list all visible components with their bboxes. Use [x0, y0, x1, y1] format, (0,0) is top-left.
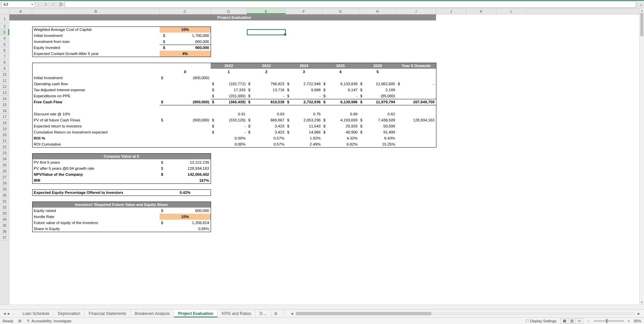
row-header-22[interactable]: 22	[0, 144, 9, 150]
vertical-scrollbar[interactable]: ▲ ▼	[639, 8, 644, 305]
row-header-5[interactable]: 5	[0, 41, 9, 47]
row-header-33[interactable]: 33	[0, 210, 9, 216]
row-header-37[interactable]: 37	[0, 234, 9, 240]
company-value-hdr: Conpany Value at 0	[32, 153, 211, 159]
row-header-1[interactable]: 1	[0, 14, 9, 23]
sheet-tab[interactable]: Depreciation	[54, 310, 85, 317]
row-header-19[interactable]: 19	[0, 126, 9, 132]
col-header-E[interactable]: E	[247, 8, 286, 14]
zoom-slider[interactable]	[594, 320, 624, 322]
hscroll-left-icon[interactable]: ◀	[289, 312, 294, 315]
formula-input[interactable]	[65, 1, 636, 8]
hscroll-thumb[interactable]	[296, 312, 431, 315]
select-all-corner[interactable]	[0, 8, 9, 14]
tab-prev-icon[interactable]: ◀	[3, 312, 6, 315]
row-header-4[interactable]: 4	[0, 35, 9, 41]
row-header-32[interactable]: 32	[0, 204, 9, 210]
row-header-9[interactable]: 9	[0, 65, 9, 71]
row-header-7[interactable]: 7	[0, 53, 9, 59]
cancel-icon[interactable]: ✕	[42, 2, 50, 7]
sheet-tab[interactable]: D ...	[256, 310, 271, 317]
scroll-down-icon[interactable]: ▼	[641, 300, 643, 305]
row-header-25[interactable]: 25	[0, 162, 9, 168]
col-header-F[interactable]: F	[286, 8, 322, 14]
sheet-tab[interactable]: Financial Statements	[85, 310, 130, 317]
row-header-29[interactable]: 29	[0, 186, 9, 192]
row-header-21[interactable]: 21	[0, 138, 9, 144]
row-header-36[interactable]: 36	[0, 228, 9, 234]
row-header-20[interactable]: 20	[0, 132, 9, 138]
scroll-thumb[interactable]	[640, 13, 643, 36]
row-header-31[interactable]: 31	[0, 198, 9, 204]
row-header-11[interactable]: 11	[0, 77, 9, 84]
col-header-K[interactable]: K	[466, 8, 496, 14]
row-header-30[interactable]: 30	[0, 192, 9, 198]
sheet-tab[interactable]: Loan Schedule	[18, 310, 54, 317]
tab-nav[interactable]: ◀ ▶ …	[0, 310, 18, 317]
page-layout-view-icon[interactable]: ▥	[568, 319, 576, 323]
row-header-23[interactable]: 23	[0, 150, 9, 156]
col-header-I[interactable]: I	[396, 8, 436, 14]
row-header-24[interactable]: 24	[0, 156, 9, 162]
row-header-34[interactable]: 34	[0, 216, 9, 222]
zoom-in-button[interactable]: +	[628, 319, 630, 323]
hscroll-right-icon[interactable]: ▶	[636, 312, 641, 315]
hscroll-track[interactable]	[296, 312, 635, 315]
row-header-17[interactable]: 17	[0, 114, 9, 120]
tab-next-icon[interactable]: ▶	[8, 312, 10, 315]
value-growth[interactable]: 4%	[160, 51, 211, 57]
display-settings-button[interactable]: 🖵 Display Settings	[525, 319, 556, 323]
row-header-13[interactable]: 13	[0, 90, 9, 96]
chevron-down-icon[interactable]: ▼	[31, 3, 34, 6]
row-headers[interactable]: 1234567891011121314151617181920212223242…	[0, 14, 9, 305]
row-header-10[interactable]: 10	[0, 71, 9, 77]
zoom-out-button[interactable]: −	[587, 319, 589, 323]
grid-canvas[interactable]: Project Evaluation Weighted Average Cost…	[9, 14, 639, 305]
col-header-B[interactable]: B	[32, 8, 160, 14]
sheet-tab[interactable]: Project Evaluation	[174, 310, 218, 317]
scroll-up-icon[interactable]: ▲	[641, 8, 643, 13]
page-break-view-icon[interactable]: ▭	[576, 319, 583, 323]
row-header-2[interactable]: 2	[0, 23, 9, 29]
row-header-3[interactable]: 3	[0, 29, 9, 35]
row-header-35[interactable]: 35	[0, 222, 9, 228]
row-header-28[interactable]: 28	[0, 180, 9, 186]
col-header-L[interactable]: L	[496, 8, 527, 14]
column-headers[interactable]: A B C D E F G H I J K L	[9, 8, 639, 14]
zoom-level[interactable]: 85%	[634, 319, 641, 323]
sheet-tab[interactable]: KPIS and Ratios	[218, 310, 256, 317]
expand-formula-bar-icon[interactable]: ⌄	[638, 2, 644, 7]
scroll-track[interactable]	[640, 13, 644, 300]
col-header-D[interactable]: D	[211, 8, 247, 14]
view-buttons[interactable]: ▦ ▥ ▭	[560, 318, 583, 324]
name-box[interactable]: E3 ▼	[1, 1, 35, 8]
sheet-tab[interactable]: Breakeven Analysis	[131, 310, 174, 317]
row-header-16[interactable]: 16	[0, 108, 9, 114]
row-header-27[interactable]: 27	[0, 174, 9, 180]
col-header-H[interactable]: H	[359, 8, 396, 14]
horizontal-scrollbar[interactable]: ◀ ▶	[287, 310, 644, 317]
col-header-J[interactable]: J	[436, 8, 466, 14]
row-header-6[interactable]: 6	[0, 47, 9, 53]
row-header-18[interactable]: 18	[0, 120, 9, 126]
col-header-G[interactable]: G	[322, 8, 359, 14]
accessibility-status[interactable]: Accessibility: Investigate	[26, 319, 71, 323]
col-header-C[interactable]: C	[160, 8, 211, 14]
col-header-A[interactable]: A	[9, 8, 32, 14]
normal-view-icon[interactable]: ▦	[561, 319, 568, 323]
stats-icon[interactable]: ▦	[18, 319, 21, 323]
value-wacc[interactable]: 10%	[160, 26, 211, 33]
tab-more-icon[interactable]: …	[12, 312, 15, 315]
row-header-12[interactable]: 12	[0, 84, 9, 90]
fx-icon[interactable]: fx	[57, 2, 65, 7]
year-onwards: Year 6 Onwards	[396, 63, 436, 69]
row-header-26[interactable]: 26	[0, 168, 9, 174]
add-sheet-icon[interactable]: ⊕	[271, 310, 280, 317]
formula-bar-row: E3 ▼ ✕ ✓ fx ⌄	[0, 0, 644, 8]
page-title: Project Evaluation	[32, 14, 436, 20]
value-loan: 800,000	[195, 40, 209, 44]
row-header-15[interactable]: 15	[0, 102, 9, 108]
accept-icon[interactable]: ✓	[50, 2, 57, 7]
row-header-8[interactable]: 8	[0, 59, 9, 65]
row-header-14[interactable]: 14	[0, 96, 9, 102]
